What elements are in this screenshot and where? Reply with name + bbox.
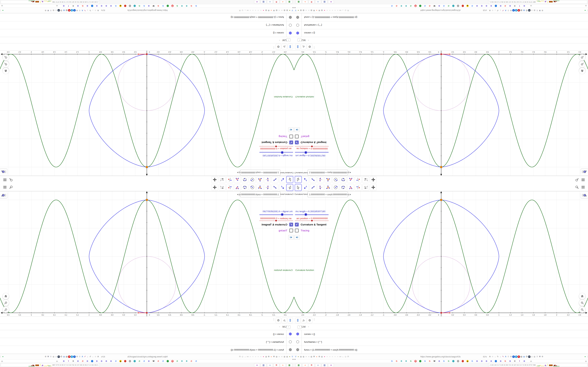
gear-icon[interactable]: ⚙	[510, 9, 512, 12]
graph-canvas[interactable]: -2.4-2.2-2-1.8-1.6-1.4-1.2-1-0.8-0.6-0.4…	[0, 50, 294, 176]
ext-icon[interactable]: ◍	[302, 355, 305, 358]
google[interactable]: G	[138, 5, 140, 7]
gear-icon[interactable]: ⚙	[541, 355, 544, 358]
google[interactable]: G	[157, 5, 159, 7]
fx-view-button[interactable]: fx	[301, 317, 306, 323]
yandex[interactable]: Я	[415, 5, 417, 7]
tool-reflect-button[interactable]	[355, 184, 362, 191]
firefox-icon[interactable]: ◕	[302, 363, 308, 367]
ext-icon[interactable]: ◍	[265, 355, 268, 358]
hamburger-menu-icon[interactable]	[580, 177, 586, 182]
f-site[interactable]: f	[67, 360, 70, 362]
ext-icon[interactable]: ◍	[265, 9, 268, 12]
graph-canvas[interactable]: -2.4-2.2-2-1.8-1.6-1.4-1.2-1-0.8-0.6-0.4…	[294, 191, 588, 317]
arc-position-slider-handle[interactable]	[275, 146, 277, 147]
visibility-toggle[interactable]	[296, 16, 299, 19]
visibility-toggle[interactable]	[296, 333, 299, 335]
google[interactable]: G	[443, 360, 445, 362]
shield-icon[interactable]: ◇	[55, 355, 57, 358]
purple-app-icon[interactable]: ●	[328, 363, 334, 367]
wrench-icon[interactable]: ⚒	[47, 355, 50, 358]
info[interactable]: i	[129, 5, 131, 7]
google[interactable]: G	[115, 360, 117, 362]
flower[interactable]: ✿	[77, 5, 79, 7]
tracing-checkbox[interactable]	[295, 229, 299, 233]
tool-move-button[interactable]	[286, 184, 293, 191]
kebab-icon[interactable]: ⋮	[587, 9, 588, 12]
firefox-icon[interactable]: ◕	[315, 355, 318, 358]
monitor-app-icon[interactable]: ▭	[267, 0, 273, 4]
wrench-icon[interactable]: ⚒	[538, 9, 541, 12]
google[interactable]: G	[157, 360, 159, 362]
dot-icon[interactable]: ○	[254, 9, 257, 12]
google[interactable]: G	[115, 5, 117, 7]
panel-layout-button[interactable]	[295, 44, 301, 50]
tracing-checkbox[interactable]	[295, 134, 299, 138]
dot-icon[interactable]: ○	[336, 355, 339, 358]
record-icon[interactable]: ●	[68, 9, 70, 12]
floppy-app-icon[interactable]: ▤	[260, 363, 266, 367]
hook-icon[interactable]: ∩	[307, 355, 310, 358]
flower[interactable]: ✿	[148, 5, 150, 7]
gear-icon[interactable]: ⚙	[44, 355, 47, 358]
flower[interactable]: ✿	[86, 5, 88, 7]
collapse-list-button[interactable]: −	[297, 38, 302, 42]
purple-app-icon[interactable]: ●	[254, 0, 260, 4]
dot-icon[interactable]: ○	[326, 9, 329, 12]
gear-icon[interactable]: ⚙	[268, 355, 270, 358]
hook-icon[interactable]: ∩	[281, 9, 283, 12]
lock-icon[interactable]: ⊓	[239, 355, 241, 358]
pin[interactable]	[419, 5, 421, 7]
lock-icon[interactable]: ⊓	[239, 9, 241, 12]
like-icon[interactable]: ⇧	[50, 355, 52, 358]
arc-position-slider-handle[interactable]	[311, 146, 313, 147]
flower[interactable]: ✿	[105, 360, 107, 362]
back-icon[interactable]: ←	[342, 355, 344, 358]
reload-icon[interactable]: ↻	[496, 9, 499, 12]
hamburger-menu-icon[interactable]	[2, 185, 8, 190]
zoom-in-button[interactable]	[3, 300, 9, 306]
algebra-row[interactable]: funcNames = {" "}	[294, 338, 588, 346]
ext-icon[interactable]: ●	[288, 9, 291, 12]
like-icon[interactable]: ⇧	[536, 355, 538, 358]
tool-conic-button[interactable]	[340, 184, 346, 191]
translate-blue-icon[interactable]: A	[81, 355, 84, 358]
list-caret-icon[interactable]: ⌄	[279, 40, 280, 42]
arrow-icon[interactable]: →	[92, 9, 94, 12]
tool-slider-button[interactable]	[363, 184, 369, 191]
sync-icon[interactable]: ↻	[70, 9, 73, 12]
site[interactable]: ⚙	[400, 5, 403, 7]
trash-icon[interactable]: ▥	[520, 355, 523, 358]
wrench-icon[interactable]: ⚒	[538, 355, 541, 358]
translate-icon[interactable]: A	[97, 9, 99, 12]
address-bar-url[interactable]: https://www.geogebra.org/classic/aagcxh3…	[127, 9, 168, 12]
shield-icon[interactable]: ◇	[241, 355, 244, 358]
tool-point-button[interactable]	[302, 176, 309, 183]
tool-polygon-button[interactable]	[257, 184, 263, 191]
gear-icon[interactable]: ⚙	[510, 355, 512, 358]
settings-gear-button[interactable]: ⚙	[276, 44, 281, 50]
shield-icon[interactable]: ◇	[531, 355, 533, 358]
folder-icon[interactable]: ▭	[246, 9, 249, 12]
plus-icon[interactable]: +	[73, 9, 76, 12]
address-bar-url[interactable]: https://www.geogebra.org/classic/aagcxh3…	[420, 355, 461, 358]
tracing-checkbox[interactable]	[289, 229, 293, 233]
visibility-toggle[interactable]	[296, 348, 299, 351]
zoom-out-button[interactable]	[3, 307, 9, 313]
chevron-up-icon[interactable]: ∧	[530, 5, 532, 7]
lo-icon[interactable]: LO	[57, 9, 60, 12]
google[interactable]: G	[471, 360, 473, 362]
flower[interactable]: ✿	[63, 5, 65, 7]
google[interactable]: G	[143, 360, 145, 362]
yandex[interactable]: Я	[415, 360, 417, 362]
dot-icon[interactable]: ○	[329, 355, 331, 358]
pin-icon[interactable]: V	[294, 355, 297, 358]
zoom-in-button[interactable]	[579, 300, 585, 306]
star-icon[interactable]: ☆	[491, 355, 494, 358]
yandex[interactable]: Я	[171, 5, 173, 7]
folder-icon[interactable]: ▭	[339, 355, 342, 358]
wikipedia[interactable]: W	[433, 360, 436, 362]
chevron-up-icon[interactable]: ∧	[585, 360, 587, 362]
ext-pink-icon[interactable]: ●	[323, 355, 326, 358]
google[interactable]: G	[138, 360, 140, 362]
